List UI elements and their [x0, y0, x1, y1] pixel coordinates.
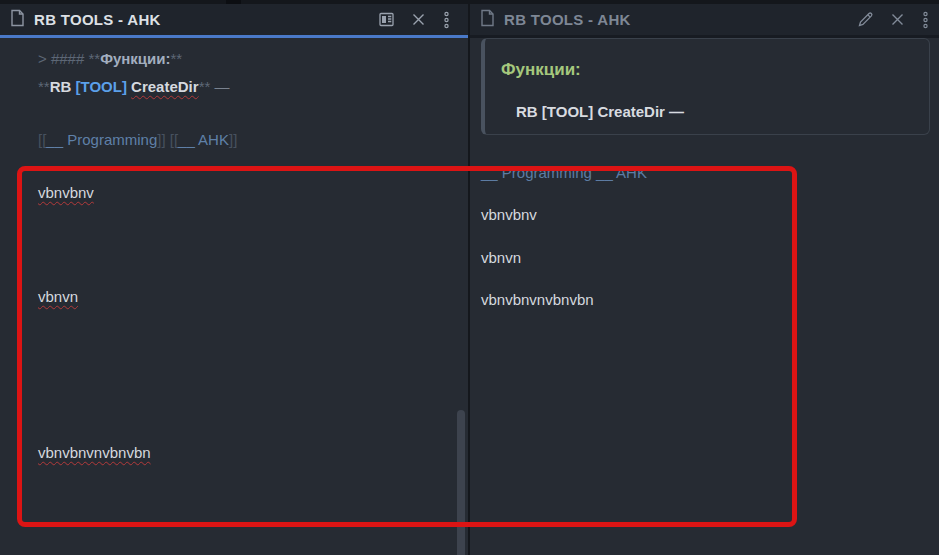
tab-title[interactable]: RB TOOLS - AHK: [504, 11, 631, 28]
tool-tag-text: [TOOL]: [76, 78, 127, 95]
reading-mode-icon[interactable]: [378, 11, 395, 28]
link-programming[interactable]: __ Programming: [481, 164, 592, 181]
paragraph-text: vbnvn: [38, 287, 78, 306]
wikilink-programming[interactable]: __ Programming: [46, 131, 157, 148]
more-options-icon[interactable]: [921, 11, 930, 29]
preview-content[interactable]: Функции: RB [TOOL] CreateDir — __ Progra…: [470, 38, 939, 552]
editor-scrollbar-thumb[interactable]: [457, 410, 465, 555]
md-syntax: **: [171, 50, 183, 67]
heading-text: Функции:: [100, 50, 170, 67]
md-syntax: [[: [170, 131, 178, 148]
md-syntax: **: [199, 78, 211, 95]
rendered-links-line: __ Programming __ AHK: [481, 163, 647, 182]
preview-pane-tab-header: RB TOOLS - AHK: [470, 4, 939, 38]
preview-header-actions: [857, 11, 939, 29]
md-syntax: ]]: [157, 131, 165, 148]
tab-title[interactable]: RB TOOLS - AHK: [34, 11, 161, 28]
paragraph-text: vbnvbnvnvbnvbn: [38, 443, 151, 462]
wikilinks-line: [[__ Programming]] [[__ AHK]]: [38, 130, 237, 149]
close-icon[interactable]: [411, 12, 426, 27]
misspelled-word: CreateDir: [131, 78, 199, 95]
editor-pane-tab-header: RB TOOLS - AHK: [0, 4, 468, 38]
app-window: { "colors": { "background": "#262b33", "…: [0, 0, 939, 555]
paragraph-text: vbnvbnv: [481, 205, 537, 224]
more-options-icon[interactable]: [442, 11, 451, 29]
close-icon[interactable]: [890, 12, 905, 27]
paragraph-text: vbnvbnvnvbnvbn: [481, 290, 594, 309]
blockquote-callout: Функции: RB [TOOL] CreateDir —: [481, 38, 930, 135]
editor-content[interactable]: > #### **Функции:** **RB [TOOL] CreateDi…: [0, 38, 468, 552]
em-dash: —: [210, 78, 229, 95]
paragraph-text: vbnvbnv: [38, 183, 94, 202]
paragraph-text: vbnvn: [481, 248, 521, 267]
callout-heading: Функции:: [501, 60, 581, 80]
edit-icon[interactable]: [857, 11, 874, 28]
bold-text: RB: [50, 78, 76, 95]
markdown-bold-line: **RB [TOOL] CreateDir** —: [38, 77, 229, 96]
file-icon: [480, 9, 495, 31]
editor-pane: RB TOOLS - AHK > #### **Функ: [0, 4, 468, 555]
md-syntax: **: [38, 78, 50, 95]
callout-body: RB [TOOL] CreateDir —: [516, 103, 684, 120]
markdown-quote-heading-line: > #### **Функции:**: [38, 49, 182, 68]
preview-pane: RB TOOLS - AHK Функции: RB: [470, 4, 939, 555]
md-syntax: > ####: [38, 50, 88, 67]
wikilink-ahk[interactable]: __ AHK: [178, 131, 229, 148]
md-syntax: **: [88, 50, 100, 67]
md-syntax: ]]: [229, 131, 237, 148]
file-icon: [10, 9, 25, 31]
editor-header-actions: [378, 11, 468, 29]
link-ahk[interactable]: __ AHK: [596, 164, 647, 181]
